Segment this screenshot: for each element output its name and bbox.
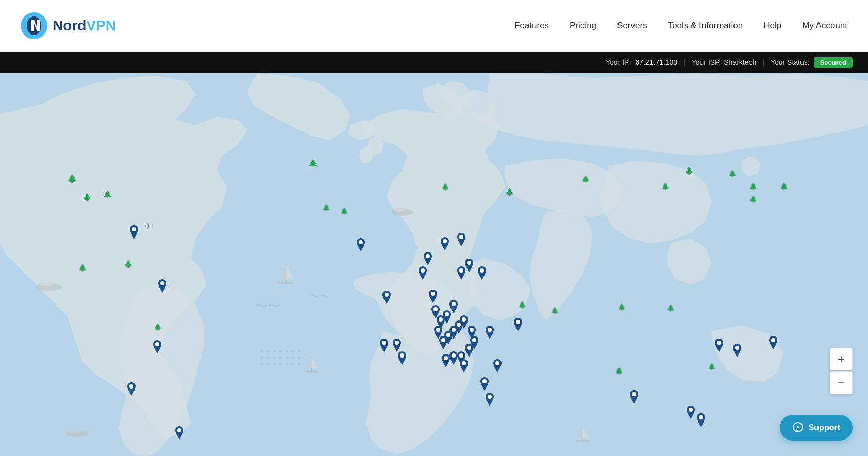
svg-point-74 bbox=[385, 293, 389, 297]
status-secured-badge: Secured bbox=[814, 57, 853, 68]
map-pin[interactable] bbox=[441, 354, 451, 367]
map-pin[interactable] bbox=[464, 259, 474, 272]
svg-text:🌲: 🌲 bbox=[103, 190, 112, 199]
map-pin[interactable] bbox=[459, 359, 469, 373]
svg-point-71 bbox=[129, 384, 133, 389]
svg-text:🌲: 🌲 bbox=[308, 159, 318, 168]
map-pin[interactable] bbox=[423, 252, 433, 265]
svg-text:🌲: 🌲 bbox=[505, 188, 514, 196]
svg-text:🌲: 🌲 bbox=[154, 323, 162, 331]
svg-point-107 bbox=[488, 395, 492, 399]
svg-point-5 bbox=[267, 350, 269, 352]
map-pin[interactable] bbox=[152, 340, 162, 353]
map-pin[interactable] bbox=[456, 233, 466, 246]
nav-features[interactable]: Features bbox=[514, 21, 549, 31]
svg-point-82 bbox=[431, 292, 435, 296]
map-pin[interactable] bbox=[126, 382, 137, 396]
svg-point-102 bbox=[462, 361, 466, 365]
svg-text:🌲: 🌲 bbox=[728, 169, 737, 178]
map-pin[interactable] bbox=[174, 426, 185, 440]
sep2: | bbox=[762, 58, 764, 66]
svg-point-68 bbox=[132, 227, 136, 231]
map-pin[interactable] bbox=[418, 266, 428, 280]
nav-servers[interactable]: Servers bbox=[617, 21, 647, 31]
svg-point-113 bbox=[771, 338, 775, 342]
map-pin[interactable] bbox=[768, 336, 778, 349]
svg-point-81 bbox=[459, 235, 463, 239]
zoom-out-button[interactable]: − bbox=[830, 371, 853, 394]
svg-point-20 bbox=[273, 363, 275, 365]
svg-point-100 bbox=[452, 353, 456, 358]
ip-value: 67.21.71.100 bbox=[635, 58, 677, 66]
svg-text:🌲: 🌲 bbox=[666, 303, 675, 312]
svg-text:🌲: 🌲 bbox=[441, 182, 450, 191]
map-pin[interactable] bbox=[397, 351, 407, 365]
map-pin[interactable] bbox=[392, 339, 402, 352]
map-pin[interactable] bbox=[428, 290, 438, 303]
map-pin[interactable] bbox=[732, 344, 742, 357]
map-pin[interactable] bbox=[714, 339, 724, 352]
map-pin[interactable] bbox=[381, 291, 392, 304]
map-pin[interactable] bbox=[686, 406, 696, 419]
logo-link[interactable]: NordVPN bbox=[21, 12, 116, 39]
svg-point-7 bbox=[279, 350, 281, 352]
site-header: NordVPN Features Pricing Servers Tools &… bbox=[0, 0, 868, 52]
zoom-in-button[interactable]: + bbox=[830, 348, 853, 370]
nav-help[interactable]: Help bbox=[763, 21, 781, 31]
svg-point-13 bbox=[273, 357, 275, 359]
status-label: Your Status: bbox=[771, 58, 810, 66]
svg-point-86 bbox=[452, 302, 456, 306]
nav-pricing[interactable]: Pricing bbox=[570, 21, 596, 31]
map-pin[interactable] bbox=[129, 225, 139, 239]
svg-point-73 bbox=[359, 240, 363, 244]
svg-point-115 bbox=[797, 426, 799, 428]
ip-label: Your IP: bbox=[606, 58, 631, 66]
svg-point-8 bbox=[286, 350, 288, 352]
svg-point-95 bbox=[462, 317, 466, 322]
svg-text:🌲: 🌲 bbox=[685, 166, 694, 175]
map-pin[interactable] bbox=[492, 359, 503, 373]
map-pin[interactable] bbox=[479, 377, 490, 391]
svg-point-15 bbox=[286, 357, 288, 359]
svg-point-77 bbox=[382, 341, 386, 345]
nav-account[interactable]: My Account bbox=[802, 21, 847, 31]
map-pin[interactable] bbox=[696, 413, 706, 427]
svg-point-24 bbox=[298, 363, 300, 365]
svg-text:🌲: 🌲 bbox=[340, 207, 349, 215]
svg-point-87 bbox=[459, 268, 463, 273]
map-pin[interactable] bbox=[379, 339, 389, 352]
svg-point-90 bbox=[436, 328, 440, 332]
svg-text:🌲: 🌲 bbox=[780, 182, 789, 191]
svg-point-109 bbox=[717, 341, 721, 345]
map-pin[interactable] bbox=[485, 393, 495, 406]
map-pin[interactable] bbox=[356, 238, 366, 251]
sep1: | bbox=[683, 58, 686, 66]
svg-point-10 bbox=[298, 350, 300, 352]
svg-point-80 bbox=[443, 239, 447, 243]
support-button[interactable]: Support bbox=[780, 415, 853, 441]
nav-tools[interactable]: Tools & Information bbox=[668, 21, 743, 31]
svg-point-23 bbox=[292, 363, 294, 365]
svg-point-78 bbox=[421, 268, 425, 273]
svg-point-9 bbox=[292, 350, 294, 352]
svg-text:〜〜: 〜〜 bbox=[309, 291, 330, 302]
svg-point-75 bbox=[395, 341, 399, 345]
map-pin[interactable] bbox=[629, 390, 639, 403]
svg-point-40 bbox=[40, 282, 53, 286]
map-pin[interactable] bbox=[485, 326, 495, 339]
map-pin[interactable] bbox=[477, 266, 487, 280]
svg-text:🌲: 🌲 bbox=[78, 263, 87, 272]
svg-point-103 bbox=[488, 328, 492, 332]
svg-point-110 bbox=[735, 346, 739, 350]
map-pin[interactable] bbox=[448, 300, 459, 313]
svg-point-18 bbox=[261, 363, 263, 365]
map-pin[interactable] bbox=[157, 279, 168, 293]
map-pin[interactable] bbox=[440, 237, 450, 250]
svg-text:🌲: 🌲 bbox=[661, 182, 670, 191]
support-chat-icon bbox=[792, 422, 804, 433]
svg-point-6 bbox=[273, 350, 275, 352]
svg-text:🌲: 🌲 bbox=[82, 193, 92, 201]
map-pin[interactable] bbox=[513, 318, 523, 331]
svg-point-88 bbox=[467, 261, 471, 265]
svg-text:🌲: 🌲 bbox=[617, 302, 626, 311]
